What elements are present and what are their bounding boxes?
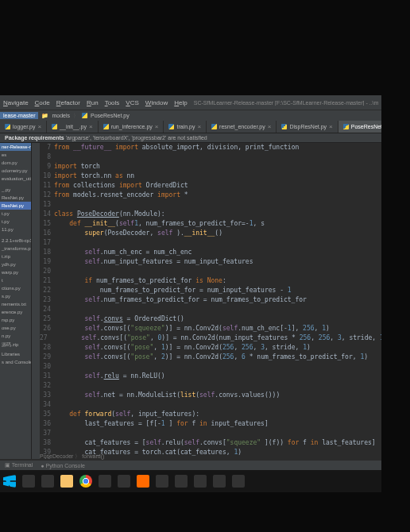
- menu-refactor[interactable]: Refactor: [56, 99, 80, 106]
- code-line[interactable]: 34: [40, 400, 381, 410]
- project-tree-item[interactable]: erence.py: [0, 308, 31, 316]
- taskbar-tb-generic-icon[interactable]: [156, 475, 168, 488]
- taskbar-tb-generic-icon[interactable]: [99, 475, 111, 488]
- code-line[interactable]: 31 self.relu = nn.ReLU(): [40, 372, 381, 381]
- python-console-button[interactable]: ● Python Console: [41, 463, 85, 468]
- breadcrumb-seg[interactable]: models: [52, 113, 70, 118]
- taskbar-tb-folder-icon[interactable]: [60, 475, 73, 488]
- tab-logger-py[interactable]: logger.py×: [0, 121, 47, 133]
- code-line[interactable]: 27 self.convs[("pose", 0)] = nn.Conv2d(n…: [40, 333, 381, 343]
- project-tree-item[interactable]: t: [0, 276, 31, 284]
- taskbar-win-start-icon[interactable]: [3, 475, 16, 488]
- menu-run[interactable]: Run: [87, 99, 99, 106]
- code-line[interactable]: 36 last_features = [f[-1 ] for f in inpu…: [40, 419, 381, 429]
- code-line[interactable]: 9import torch: [40, 162, 381, 172]
- close-icon[interactable]: ×: [268, 123, 272, 130]
- menu-tools[interactable]: Tools: [105, 99, 120, 106]
- project-tree-item[interactable]: es: [0, 151, 31, 159]
- menu-window[interactable]: Window: [145, 99, 168, 106]
- code-line[interactable]: 20: [40, 267, 381, 276]
- code-line[interactable]: 8: [40, 152, 381, 162]
- code-line[interactable]: 33 self.net = nn.ModuleList(list(self.co…: [40, 391, 381, 400]
- project-tree-item[interactable]: s and Consoles: [0, 358, 31, 366]
- code-line[interactable]: 10import torch.nn as nn: [40, 172, 381, 181]
- breadcrumb-seg[interactable]: PoseResNet.py: [91, 113, 130, 118]
- code-line[interactable]: 18 self.num_ch_enc = num_ch_enc: [40, 248, 381, 257]
- code-line[interactable]: 38 cat_features = [self.relu(self.convs[…: [40, 438, 381, 448]
- code-line[interactable]: 37: [40, 429, 381, 438]
- code-line[interactable]: 14class PoseDecoder(nn.Module):: [40, 210, 381, 219]
- breadcrumb[interactable]: 📁 models 〉 PoseResNet.py: [38, 112, 132, 120]
- close-icon[interactable]: ×: [329, 123, 333, 130]
- code-line[interactable]: 7from __future__ import absolute_import,…: [40, 143, 381, 152]
- project-tree-item[interactable]: ResNet.py: [0, 194, 31, 202]
- project-tree[interactable]: ner-Release-m esdom.pyodometry.pyevaluat…: [0, 143, 32, 459]
- tab-run_inference-py[interactable]: run_inference.py×: [99, 121, 164, 133]
- close-icon[interactable]: ×: [89, 123, 93, 130]
- taskbar-tb-generic-icon[interactable]: [232, 475, 245, 488]
- code-line[interactable]: 13: [40, 200, 381, 210]
- code-line[interactable]: 17: [40, 238, 381, 248]
- code-line[interactable]: 21 if num_frames_to_predict_for is None:: [40, 276, 381, 286]
- project-tree-item[interactable]: n.py: [0, 332, 31, 340]
- code-line[interactable]: 24: [40, 305, 381, 314]
- taskbar-tb-orange-icon[interactable]: [137, 475, 149, 488]
- project-tree-item[interactable]: _transforms.py: [0, 245, 31, 253]
- taskbar-tb-generic-icon[interactable]: [213, 475, 226, 488]
- tab-__init__-py[interactable]: __init__.py×: [47, 121, 99, 133]
- project-tree-item[interactable]: ResNet.py: [0, 202, 31, 210]
- project-tree-item[interactable]: nements.txt: [0, 300, 31, 308]
- code-line[interactable]: 11from collections import OrderedDict: [40, 181, 381, 191]
- taskbar-tb-generic-icon[interactable]: [194, 475, 207, 488]
- project-tree-item[interactable]: Libraries: [0, 350, 31, 358]
- taskbar-tb-chrome-icon[interactable]: [79, 475, 92, 488]
- code-line[interactable]: 19 self.num_input_features = num_input_f…: [40, 257, 381, 267]
- tab-dispresnet-py[interactable]: DispResNet.py×: [277, 121, 338, 133]
- project-tree-item[interactable]: ose.py: [0, 324, 31, 332]
- tab-resnet_encoder-py[interactable]: resnet_encoder.py×: [207, 121, 277, 133]
- project-tree-item[interactable]: ctions.py: [0, 284, 31, 292]
- project-tree-item[interactable]: ydh.py: [0, 260, 31, 268]
- project-tree-item[interactable]: 2.2.1+sr8t-cp17: [0, 237, 31, 245]
- close-icon[interactable]: ×: [197, 123, 201, 130]
- taskbar-tb-generic-icon[interactable]: [175, 475, 188, 488]
- taskbar-tb-generic-icon[interactable]: [118, 475, 130, 488]
- menu-vcs[interactable]: VCS: [126, 99, 138, 106]
- editor-breadcrumb[interactable]: PoseDecoder 〉 forward(): [40, 453, 104, 461]
- tab-train-py[interactable]: train.py×: [164, 121, 207, 133]
- project-tree-item[interactable]: rsp.py: [0, 316, 31, 324]
- project-tree-item[interactable]: _.py: [0, 186, 31, 194]
- project-tree-item[interactable]: odometry.py: [0, 167, 31, 175]
- code-line[interactable]: 16 super(PoseDecoder, self ).__init__(): [40, 229, 381, 238]
- code-line[interactable]: 12from models.resnet_encoder import *: [40, 191, 381, 200]
- package-requirements-banner[interactable]: Package requirements 'argparse', 'tensor…: [0, 133, 381, 143]
- menu-code[interactable]: Code: [35, 99, 50, 106]
- code-line[interactable]: 26 self.convs[("squeeze")] = nn.Conv2d(s…: [40, 324, 381, 333]
- close-icon[interactable]: ×: [155, 123, 159, 130]
- menu-help[interactable]: Help: [174, 99, 187, 106]
- code-line[interactable]: 25 self.convs = OrderedDict(): [40, 314, 381, 324]
- code-line[interactable]: 23 self.num_frames_to_predict_for = num_…: [40, 295, 381, 305]
- taskbar-tb-generic-icon[interactable]: [41, 475, 54, 488]
- code-line[interactable]: 15 def __init__(self1, num_frames_to_pre…: [40, 219, 381, 229]
- code-line[interactable]: 29 self.convs[("pose", 2)] = nn.Conv2d(2…: [40, 353, 381, 362]
- project-tree-item[interactable]: 源码.zip: [0, 340, 31, 350]
- project-tree-item[interactable]: t.py: [0, 218, 31, 226]
- terminal-tool-button[interactable]: ▣ Terminal: [5, 462, 33, 468]
- project-tree-item[interactable]: 11.py: [0, 226, 31, 233]
- menu-navigate[interactable]: Navigate: [3, 99, 29, 106]
- close-icon[interactable]: ×: [37, 123, 41, 130]
- code-editor[interactable]: 7from __future__ import absolute_import,…: [40, 143, 381, 459]
- project-tree-item[interactable]: t.zip: [0, 253, 31, 260]
- code-line[interactable]: 28 self.convs[("pose", 1)] = nn.Conv2d(2…: [40, 343, 381, 353]
- project-tree-item[interactable]: t.py: [0, 210, 31, 218]
- code-line[interactable]: 22 num_frames_to_predict_for = num_input…: [40, 286, 381, 295]
- tab-poseresnet[interactable]: PoseResNet×: [338, 121, 381, 133]
- code-line[interactable]: 30: [40, 362, 381, 372]
- code-line[interactable]: 35 def forward(self, input_features):: [40, 410, 381, 419]
- project-tree-item[interactable]: warp.py: [0, 268, 31, 276]
- project-tree-item[interactable]: s.py: [0, 292, 31, 300]
- code-line[interactable]: 32: [40, 381, 381, 391]
- project-tree-item[interactable]: evaluation_utils: [0, 175, 31, 183]
- taskbar-tb-generic-icon[interactable]: [22, 475, 35, 488]
